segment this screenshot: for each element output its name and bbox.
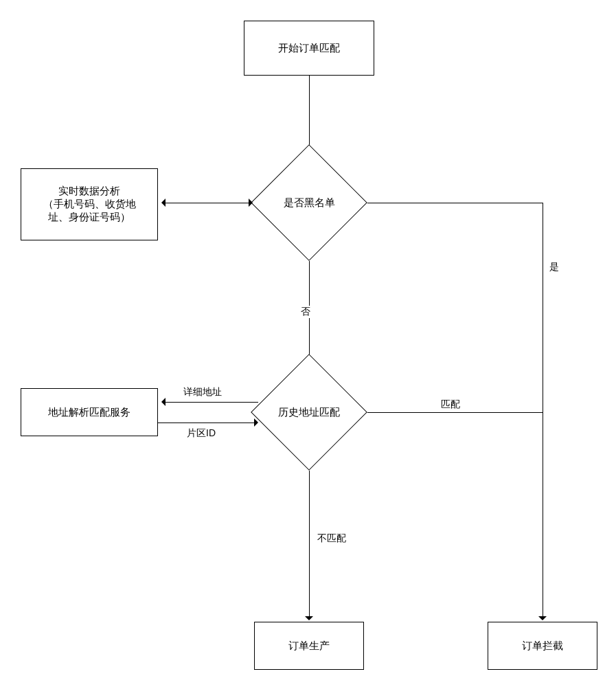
edge-blacklist-to-realtime-arrow-l <box>157 199 166 207</box>
edge-history-to-service-label: 详细地址 <box>182 386 223 398</box>
node-history-match-label: 历史地址匹配 <box>261 406 357 419</box>
edge-blacklist-to-realtime <box>163 203 251 203</box>
node-start: 开始订单匹配 <box>244 21 374 76</box>
node-addr-service: 地址解析匹配服务 <box>21 388 158 436</box>
edge-service-to-history <box>158 423 256 423</box>
edge-blacklist-no-label: 否 <box>299 306 312 318</box>
edge-history-no <box>309 471 310 618</box>
node-blacklist-check: 是否黑名单 <box>251 144 367 261</box>
node-intercept-label: 订单拦截 <box>522 640 563 653</box>
edge-blacklist-yes-label: 是 <box>548 261 560 273</box>
node-produce-label: 订单生产 <box>288 640 330 653</box>
node-blacklist-check-label: 是否黑名单 <box>261 196 357 210</box>
edge-history-to-service-arrow <box>157 398 166 406</box>
node-produce: 订单生产 <box>254 622 364 670</box>
edge-history-match-label: 匹配 <box>440 398 461 411</box>
edge-history-no-label: 不匹配 <box>316 532 347 545</box>
flowchart-canvas: 开始订单匹配 是否黑名单 实时数据分析 （手机号码、收货地 址、身份证号码） 是… <box>0 0 616 687</box>
edge-history-match-h <box>367 412 543 413</box>
node-start-label: 开始订单匹配 <box>278 42 340 55</box>
node-realtime-analysis: 实时数据分析 （手机号码、收货地 址、身份证号码） <box>21 168 158 240</box>
edge-service-to-history-arrow <box>254 418 262 427</box>
edge-blacklist-yes-h <box>367 203 543 203</box>
edge-blacklist-yes-v <box>543 203 543 618</box>
edge-service-to-history-label: 片区ID <box>185 427 217 440</box>
edge-history-to-service <box>163 402 258 403</box>
node-addr-service-label: 地址解析匹配服务 <box>48 406 130 419</box>
edge-blacklist-to-realtime-arrow-r <box>249 199 257 207</box>
node-history-match: 历史地址匹配 <box>251 354 367 471</box>
node-realtime-analysis-label: 实时数据分析 （手机号码、收货地 址、身份证号码） <box>43 185 136 224</box>
node-intercept: 订单拦截 <box>488 622 597 670</box>
